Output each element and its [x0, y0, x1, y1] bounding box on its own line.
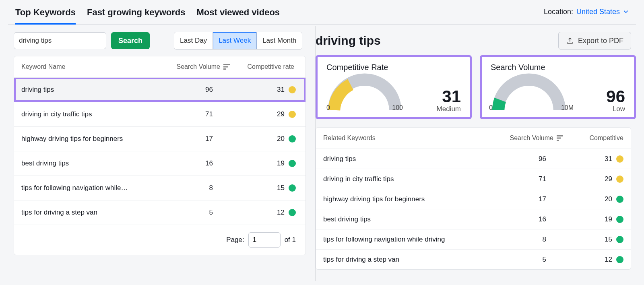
gauge-volume-title: Search Volume: [491, 63, 625, 72]
related-row[interactable]: driving in city traffic tips7129: [316, 169, 631, 189]
related-header: Related Keywords Search Volume Competiti…: [316, 128, 631, 149]
table-row[interactable]: best driving tips1619: [14, 151, 305, 176]
gauge-volume-label: Low: [606, 105, 625, 113]
cell-rate: 29: [563, 175, 623, 183]
cell-rate: 15: [563, 235, 623, 244]
export-pdf-button[interactable]: Export to PDF: [558, 32, 631, 50]
cell-volume: 17: [161, 135, 230, 143]
location-label: Location:: [544, 8, 573, 16]
rcol-volume[interactable]: Search Volume: [495, 134, 563, 142]
page-input[interactable]: [248, 232, 281, 248]
cell-name: driving tips: [323, 155, 495, 163]
table-row[interactable]: driving tips9631: [14, 77, 305, 102]
cell-rate: 20: [230, 135, 298, 143]
rate-dot-icon: [616, 256, 623, 263]
related-row[interactable]: driving tips9631: [316, 149, 631, 169]
cell-name: tips for following navigation while…: [21, 184, 161, 192]
cell-name: tips for driving a step van: [21, 209, 161, 217]
chevron-down-icon: [623, 9, 629, 14]
search-button[interactable]: Search: [111, 32, 150, 49]
svg-rect-4: [557, 138, 561, 139]
gauge-volume: Search Volume 96 Low 0 10M: [480, 55, 636, 119]
cell-name: driving in city traffic tips: [323, 175, 495, 183]
cell-rate: 19: [230, 159, 298, 167]
rate-dot-icon: [616, 236, 623, 243]
range-last-month[interactable]: Last Month: [256, 32, 302, 49]
cell-rate: 31: [563, 155, 623, 163]
time-range: Last Day Last Week Last Month: [174, 32, 302, 50]
rate-dot-icon: [616, 155, 623, 163]
gauge-volume-min: 0: [489, 104, 493, 112]
cell-name: best driving tips: [21, 159, 161, 167]
table-header: Keyword Name Search Volume Competitive r…: [14, 56, 305, 77]
table-row[interactable]: highway driving tips for beginners1720: [14, 126, 305, 151]
tabs-row: Top Keywords Fast growing keywords Most …: [8, 0, 636, 25]
gauge-competitive-max: 100: [392, 104, 403, 112]
cell-name: driving tips: [21, 86, 161, 94]
page-of: of 1: [285, 236, 296, 244]
cell-volume: 16: [161, 159, 230, 167]
cell-volume: 17: [495, 195, 563, 203]
cell-name: highway driving tips for beginners: [21, 135, 161, 143]
rate-dot-icon: [289, 111, 296, 118]
cell-rate: 15: [230, 184, 298, 192]
table-row[interactable]: tips for following navigation while…815: [14, 176, 305, 200]
range-last-week[interactable]: Last Week: [213, 32, 256, 49]
pager: Page: of 1: [14, 225, 305, 255]
cell-volume: 96: [161, 86, 230, 94]
rcol-name[interactable]: Related Keywords: [323, 134, 495, 142]
rcol-volume-label: Search Volume: [510, 134, 553, 142]
range-last-day[interactable]: Last Day: [174, 32, 213, 49]
cell-name: tips for driving a step van: [323, 256, 495, 264]
tabs: Top Keywords Fast growing keywords Most …: [15, 5, 280, 24]
rate-dot-icon: [289, 135, 296, 142]
col-keyword-name[interactable]: Keyword Name: [21, 63, 161, 70]
related-row[interactable]: best driving tips1619: [316, 209, 631, 229]
gauge-volume-max: 10M: [561, 104, 574, 112]
svg-rect-5: [557, 140, 559, 141]
tab-top-keywords[interactable]: Top Keywords: [15, 5, 76, 24]
table-row[interactable]: tips for driving a step van512: [14, 200, 305, 225]
related-row[interactable]: tips for following navigation while driv…: [316, 229, 631, 249]
related-table: Related Keywords Search Volume Competiti…: [316, 127, 631, 270]
related-row[interactable]: tips for driving a step van512: [316, 249, 631, 269]
cell-rate: 20: [563, 195, 623, 203]
col-volume-label: Search Volume: [176, 63, 220, 70]
svg-rect-0: [223, 64, 230, 65]
cell-name: highway driving tips for beginners: [323, 195, 495, 203]
rate-dot-icon: [289, 160, 296, 167]
gauge-competitive-value: 31: [437, 88, 461, 105]
cell-name: tips for following navigation while driv…: [323, 235, 495, 244]
location-value: United States: [576, 8, 620, 16]
svg-rect-1: [223, 66, 228, 68]
cell-volume: 8: [161, 184, 230, 192]
rcol-rate[interactable]: Competitive: [563, 134, 623, 142]
detail-title: driving tips: [316, 34, 381, 48]
cell-volume: 96: [495, 155, 563, 163]
col-search-volume[interactable]: Search Volume: [161, 63, 230, 70]
cell-rate: 12: [230, 209, 298, 217]
keywords-table: Keyword Name Search Volume Competitive r…: [14, 56, 306, 255]
svg-rect-3: [557, 135, 563, 136]
table-row[interactable]: driving in city traffic tips7129: [14, 102, 305, 126]
cell-volume: 5: [495, 256, 563, 264]
gauge-competitive-min: 0: [326, 104, 330, 112]
cell-volume: 71: [495, 175, 563, 183]
cell-rate: 29: [230, 110, 298, 118]
rate-dot-icon: [289, 209, 296, 216]
gauge-competitive-title: Competitive Rate: [326, 63, 461, 72]
search-input[interactable]: [14, 32, 106, 49]
svg-rect-2: [223, 68, 226, 70]
cell-rate: 31: [230, 86, 298, 94]
page-label: Page:: [226, 236, 244, 244]
related-row[interactable]: highway driving tips for beginners1720: [316, 189, 631, 209]
cell-name: driving in city traffic tips: [21, 110, 161, 118]
cell-name: best driving tips: [323, 215, 495, 223]
tab-most-viewed[interactable]: Most viewed videos: [196, 5, 280, 24]
location: Location: United States: [544, 8, 629, 22]
tab-fast-growing[interactable]: Fast growing keywords: [87, 5, 186, 24]
location-select[interactable]: United States: [576, 8, 629, 16]
cell-rate: 19: [563, 215, 623, 223]
col-competitive-rate[interactable]: Competitive rate: [230, 63, 298, 70]
cell-volume: 5: [161, 209, 230, 217]
